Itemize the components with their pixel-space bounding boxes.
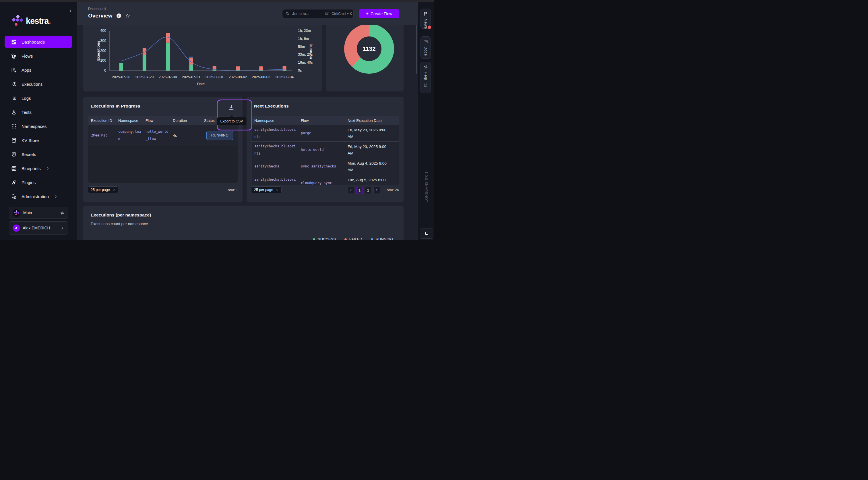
export-csv-icon[interactable] — [228, 104, 235, 111]
pagination: 12 — [348, 187, 380, 194]
sidebar-item-label: Blueprints — [22, 166, 41, 171]
info-icon[interactable]: i — [117, 13, 121, 18]
cell-namespace[interactable]: company.team — [115, 125, 143, 146]
donut-center-label: 1132 — [357, 36, 381, 61]
rail-tab-news[interactable]: News — [421, 9, 431, 29]
cell-flow[interactable]: cloudquery-sync — [298, 175, 345, 185]
kestra-app: kestra. DashboardsFlowsAppsExecutionsLog… — [0, 0, 434, 240]
svg-text:1h, 6m: 1h, 6m — [298, 37, 309, 41]
cell-flow[interactable]: hello_world_flow — [143, 125, 170, 146]
per-page-value: 25 per page — [91, 188, 110, 192]
table-header: Execution IDNamespaceFlowDurationStatus — [88, 116, 238, 125]
breadcrumb[interactable]: Dashboard — [88, 7, 105, 11]
rail-tab-help[interactable]: Help — [421, 62, 431, 93]
global-search[interactable]: Ctrl/Cmd + K — [282, 9, 353, 18]
rail-tab-label: Docs — [424, 46, 428, 56]
card-title: Next Executions — [254, 104, 289, 109]
svg-text:2025-08-01: 2025-08-01 — [205, 75, 224, 79]
star-icon[interactable] — [125, 13, 130, 19]
executions-per-namespace-card: Executions (per namespace) Executions co… — [83, 206, 404, 240]
status-badge: RUNNING — [206, 131, 234, 140]
svg-text:2025-07-28: 2025-07-28 — [112, 75, 130, 79]
total-count: Total: 1 — [226, 188, 238, 192]
keyboard-icon — [325, 11, 330, 16]
sidebar-item-flows[interactable]: Flows — [5, 50, 72, 62]
namespaces-icon — [11, 123, 17, 129]
sidebar-item-kv-store[interactable]: KV Store — [5, 134, 72, 146]
user-menu[interactable]: A Alex EMERICH — [9, 221, 68, 235]
flows-icon — [11, 53, 17, 59]
svg-text:Date: Date — [197, 82, 205, 86]
cell-namespace[interactable]: sanitychecks — [251, 158, 298, 175]
sidebar-item-namespaces[interactable]: Namespaces — [5, 120, 72, 132]
cell-namespace[interactable]: sanitychecks.blueprints — [251, 175, 298, 185]
pagination-next-button[interactable] — [373, 187, 380, 194]
create-flow-button[interactable]: + Create Flow — [359, 9, 399, 18]
version-label: 1.0.0-SNAPSHOT — [418, 171, 434, 229]
sidebar-item-label: Dashboards — [22, 40, 45, 44]
column-header: Next Execution Date — [345, 118, 399, 123]
rail-tab-docs[interactable]: Docs — [421, 36, 431, 59]
table-row[interactable]: 2MeeFMig company.team hello_world_flow 4… — [88, 125, 238, 146]
kestra-logo: kestra. — [12, 15, 51, 27]
table-row[interactable]: sanitychecks sync_sanitychecks Mon, Aug … — [251, 158, 399, 175]
legend-label: FAILED — [349, 237, 362, 240]
legend-dot — [313, 238, 315, 240]
sidebar-item-plugins[interactable]: Plugins — [5, 176, 72, 188]
cell-next-execution-date: Fri, May 23, 2025 9:00AM — [345, 125, 399, 141]
sidebar-item-executions[interactable]: Executions — [5, 78, 72, 90]
pagination-page-1[interactable]: 1 — [356, 187, 363, 194]
cell-flow[interactable]: sync_sanitychecks — [298, 158, 345, 175]
cell-flow[interactable]: purge — [298, 125, 345, 141]
sidebar-item-label: Logs — [22, 96, 31, 101]
pagination-page-2[interactable]: 2 — [365, 187, 371, 194]
kestra-logo-icon — [12, 15, 23, 27]
legend-item-success[interactable]: SUCCESS — [313, 237, 336, 240]
legend-dot — [371, 238, 373, 240]
cell-next-execution-date: Mon, Aug 4, 2025 8:00AM — [345, 158, 399, 175]
cell-namespace[interactable]: sanitychecks.blueprints — [251, 125, 298, 141]
executions-in-progress-table: Execution IDNamespaceFlowDurationStatus … — [88, 116, 238, 183]
sidebar-item-label: Administration — [22, 194, 49, 199]
cell-namespace[interactable]: sanitychecks.blueprints — [251, 142, 298, 158]
svg-text:300: 300 — [100, 39, 106, 43]
legend-label: RUNNING — [376, 237, 393, 240]
chevron-right-icon — [54, 195, 58, 198]
legend-item-failed[interactable]: FAILED — [344, 237, 362, 240]
kvstore-icon — [11, 137, 17, 143]
card-subtitle: Executions count per namespace — [91, 221, 148, 226]
table-row[interactable]: sanitychecks.blueprints purge Fri, May 2… — [251, 125, 399, 142]
executions-icon — [11, 81, 17, 87]
search-shortcut: Ctrl/Cmd + K — [332, 12, 352, 16]
sidebar-item-logs[interactable]: Logs — [5, 92, 72, 104]
sidebar-item-label: Namespaces — [22, 124, 47, 129]
scrollbar[interactable] — [416, 25, 417, 74]
sidebar-item-label: Apps — [22, 68, 31, 73]
table-row[interactable]: sanitychecks.blueprints cloudquery-sync … — [251, 175, 399, 185]
pagination-prev-button[interactable] — [348, 187, 354, 194]
logo-text: kestra — [26, 16, 49, 26]
theme-toggle-button[interactable] — [420, 229, 433, 239]
sidebar-item-blueprints[interactable]: Blueprints — [5, 162, 72, 174]
cell-flow[interactable]: hello-world — [298, 142, 345, 158]
legend-label: SUCCESS — [318, 237, 336, 240]
executions-timeline-chart: 01002003004000s16m, 40s33m, 20s50m1h, 6m… — [83, 25, 322, 92]
window-top-strip — [0, 0, 434, 2]
sidebar-item-tests[interactable]: Tests — [5, 106, 72, 118]
legend-item-running[interactable]: RUNNING — [371, 237, 393, 240]
export-highlight-box — [217, 100, 252, 131]
svg-text:Duration: Duration — [309, 43, 313, 59]
search-input[interactable] — [291, 11, 323, 16]
sidebar-item-administration[interactable]: Administration — [5, 191, 72, 202]
sidebar-item-secrets[interactable]: Secrets — [5, 148, 72, 160]
plus-icon: + — [366, 11, 369, 16]
per-page-select[interactable]: 25 per page — [251, 186, 282, 193]
per-page-select[interactable]: 25 per page — [88, 186, 118, 193]
table-row[interactable]: sanitychecks.blueprints hello-world Fri,… — [251, 142, 399, 158]
sidebar-collapse-button[interactable] — [68, 8, 73, 13]
tenant-switcher[interactable]: Main — [9, 207, 68, 219]
sidebar-item-dashboards[interactable]: Dashboards — [5, 36, 72, 48]
svg-text:2025-07-30: 2025-07-30 — [159, 75, 177, 79]
cell-execution-id[interactable]: 2MeeFMig — [88, 125, 115, 146]
sidebar-item-apps[interactable]: Apps — [5, 64, 72, 76]
